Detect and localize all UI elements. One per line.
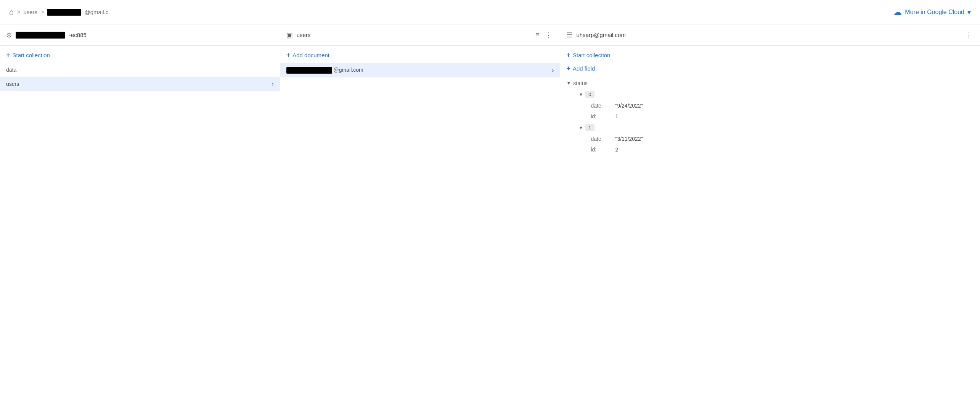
- breadcrumb-sep-2: >: [40, 9, 44, 16]
- index-1-id-key: id:: [591, 147, 614, 153]
- index-1-date-row: date: "3/11/2022": [591, 134, 974, 144]
- index-1-header[interactable]: ▼ 1: [578, 122, 974, 134]
- middle-add-document-label: Add document: [292, 52, 329, 58]
- left-users-item[interactable]: users ›: [0, 77, 280, 91]
- middle-panel: ▣ users ≡ ⋮ + Add document @gmail.com ›: [280, 24, 561, 409]
- middle-panel-collection-icon: ▣: [286, 31, 293, 39]
- index-0-id-row: id: 1: [591, 111, 974, 122]
- right-start-plus-icon: +: [566, 51, 570, 59]
- left-users-chevron: ›: [272, 81, 273, 87]
- middle-panel-header: ▣ users ≡ ⋮: [280, 24, 560, 46]
- middle-panel-header-left: ▣ users: [286, 31, 311, 39]
- left-start-collection-button[interactable]: + Start collection: [0, 46, 280, 63]
- left-panel-collection-icon: ⊛: [6, 31, 12, 39]
- index-1-id-value: 2: [615, 147, 618, 153]
- index-0-date-row: date: "9/24/2022": [591, 100, 974, 111]
- middle-panel-body: + Add document @gmail.com ›: [280, 46, 560, 409]
- main-panels: ⊛ -ec885 + Start collection data users ›…: [0, 24, 980, 409]
- right-start-collection-label: Start collection: [573, 52, 610, 58]
- breadcrumb: ⌂ > users > @gmail.c.: [9, 8, 110, 16]
- status-index-1-group: ▼ 1 date: "3/11/2022" id: 2: [578, 122, 974, 155]
- right-more-button[interactable]: ⋮: [964, 29, 974, 41]
- index-0-collapse-icon: ▼: [578, 92, 583, 97]
- right-add-plus-icon: +: [566, 64, 570, 72]
- index-1-fields: date: "3/11/2022" id: 2: [591, 134, 974, 155]
- index-0-id-key: id:: [591, 113, 614, 119]
- index-0-date-value: "9/24/2022": [615, 103, 643, 109]
- middle-doc-chevron: ›: [552, 67, 554, 74]
- left-panel-body: + Start collection data users ›: [0, 46, 280, 409]
- index-0-fields: date: "9/24/2022" id: 1: [591, 100, 974, 122]
- home-icon[interactable]: ⌂: [9, 8, 14, 16]
- right-start-collection-button[interactable]: + Start collection: [560, 46, 980, 63]
- left-data-label: data: [6, 67, 16, 73]
- left-plus-icon: +: [6, 51, 10, 59]
- more-google-cloud-button[interactable]: ☁ More in Google Cloud ▾: [893, 7, 971, 17]
- index-0-date-key: date:: [591, 103, 614, 109]
- breadcrumb-redacted-email: [47, 9, 81, 16]
- right-panel: ☰ uhsarp@gmail.com ⋮ + Start collection …: [560, 24, 980, 409]
- middle-document-item[interactable]: @gmail.com ›: [280, 63, 560, 77]
- right-panel-header-left: ☰ uhsarp@gmail.com: [566, 31, 625, 39]
- left-panel-header-left: ⊛ -ec885: [6, 31, 87, 39]
- top-nav: ⌂ > users > @gmail.c. ☁ More in Google C…: [0, 0, 980, 24]
- right-status-section: ▼ status ▼ 0 date: "9/24/2022": [560, 78, 980, 155]
- left-data-item[interactable]: data: [0, 63, 280, 77]
- cloud-icon: ☁: [893, 7, 902, 17]
- left-panel-id-suffix: -ec885: [69, 32, 87, 38]
- status-collapse-icon: ▼: [566, 81, 571, 86]
- index-1-date-key: date:: [591, 136, 614, 142]
- right-panel-header: ☰ uhsarp@gmail.com ⋮: [560, 24, 980, 46]
- status-index-0-group: ▼ 0 date: "9/24/2022" id: 1: [578, 89, 974, 122]
- more-google-cloud-label: More in Google Cloud: [905, 9, 964, 16]
- chevron-down-icon: ▾: [967, 8, 971, 16]
- middle-panel-title: users: [297, 32, 311, 38]
- index-0-badge: 0: [585, 91, 594, 98]
- left-start-collection-label: Start collection: [13, 52, 50, 58]
- status-field-label: status: [573, 80, 587, 86]
- left-panel: ⊛ -ec885 + Start collection data users ›: [0, 24, 280, 409]
- index-1-date-value: "3/11/2022": [615, 136, 643, 142]
- breadcrumb-users[interactable]: users: [23, 9, 37, 15]
- index-0-header[interactable]: ▼ 0: [578, 89, 974, 100]
- right-panel-actions: ⋮: [964, 29, 974, 41]
- middle-panel-actions: ≡ ⋮: [534, 29, 554, 41]
- right-panel-doc-icon: ☰: [566, 31, 572, 39]
- left-panel-header: ⊛ -ec885: [0, 24, 280, 46]
- index-1-collapse-icon: ▼: [578, 125, 583, 130]
- index-1-id-row: id: 2: [591, 144, 974, 155]
- right-panel-email: uhsarp@gmail.com: [576, 32, 625, 38]
- breadcrumb-email-suffix: @gmail.c.: [84, 9, 110, 15]
- middle-doc-redacted: [286, 67, 332, 74]
- middle-filter-button[interactable]: ≡: [534, 29, 541, 40]
- left-users-label: users: [6, 81, 19, 87]
- index-1-badge: 1: [585, 124, 594, 131]
- middle-plus-icon: +: [286, 51, 291, 59]
- middle-doc-email-suffix: @gmail.com: [334, 67, 363, 73]
- middle-add-document-button[interactable]: + Add document: [280, 46, 560, 63]
- right-add-field-label: Add field: [573, 65, 595, 72]
- right-add-field-button[interactable]: + Add field: [560, 63, 980, 78]
- right-panel-body: + Start collection + Add field ▼ status …: [560, 46, 980, 409]
- middle-document-left: @gmail.com: [286, 67, 363, 74]
- index-0-id-value: 1: [615, 113, 618, 119]
- status-group-header[interactable]: ▼ status: [566, 78, 974, 89]
- middle-more-button[interactable]: ⋮: [544, 29, 554, 41]
- breadcrumb-sep-1: >: [17, 9, 20, 16]
- left-panel-id-redacted: [16, 32, 65, 39]
